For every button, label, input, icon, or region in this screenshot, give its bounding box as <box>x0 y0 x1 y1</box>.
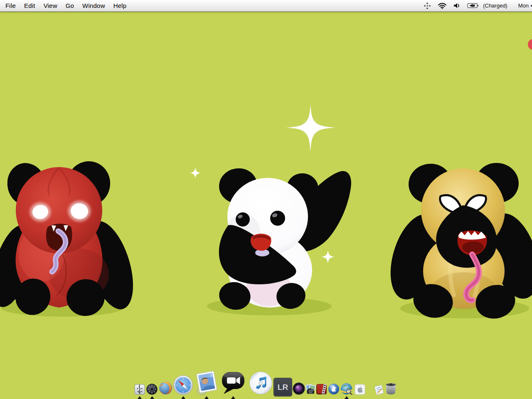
move-arrows-icon[interactable] <box>424 2 431 10</box>
sherlock-icon <box>340 383 352 395</box>
dashboard-icon <box>146 384 158 395</box>
finder-icon <box>134 384 145 395</box>
gold-panda <box>381 160 532 323</box>
itunes-icon <box>249 371 273 395</box>
photo-import-icon <box>305 383 316 395</box>
dock-lightroom[interactable]: LR <box>273 378 292 397</box>
running-indicator <box>181 396 185 399</box>
wifi-icon[interactable] <box>438 2 447 9</box>
menu-items: File Edit View Go Window Help <box>0 0 131 11</box>
dock-movies[interactable] <box>316 384 327 397</box>
ichat-icon <box>221 370 246 395</box>
running-indicator <box>345 396 349 399</box>
dock-dashboard[interactable] <box>146 384 158 397</box>
dock-globe-messenger[interactable] <box>328 383 340 397</box>
dock-finder[interactable] <box>134 384 145 397</box>
menu-extras: (Charged) Mon <box>420 0 532 11</box>
sparkle-small-right <box>321 250 335 264</box>
dock-sherlock[interactable] <box>340 383 352 397</box>
dock-photo-import[interactable] <box>305 383 316 397</box>
red-panda <box>0 158 142 320</box>
sparkle-small-left <box>190 167 201 178</box>
clipped-menu-glyph <box>530 4 532 8</box>
firefox-icon <box>159 381 172 395</box>
movies-icon <box>316 384 327 395</box>
trash-icon <box>385 382 397 395</box>
globe-messenger-icon <box>328 383 340 395</box>
dock: iChat <box>0 362 532 399</box>
dock-firefox[interactable] <box>159 381 172 397</box>
dock-ichat[interactable] <box>221 370 246 397</box>
apple-box-icon <box>355 384 365 395</box>
sparkle-large <box>286 104 336 152</box>
running-indicator <box>231 396 235 399</box>
red-dot <box>528 39 532 50</box>
aperture-icon <box>293 382 305 395</box>
dock-trash[interactable] <box>385 382 397 397</box>
running-indicator <box>204 396 209 399</box>
document-icon <box>373 384 385 396</box>
battery-status: (Charged) <box>483 2 507 9</box>
dock-apple-software[interactable] <box>355 384 365 397</box>
dock-aperture[interactable] <box>293 382 305 397</box>
volume-icon[interactable] <box>453 2 461 9</box>
lightroom-label: LR <box>278 383 288 392</box>
preview-icon <box>193 369 220 397</box>
menubar-clock[interactable]: Mon <box>518 2 529 9</box>
menu-item-view[interactable]: View <box>39 0 62 11</box>
menu-item-file[interactable]: File <box>0 0 20 11</box>
menu-item-help[interactable]: Help <box>109 0 131 11</box>
dock-safari[interactable] <box>173 375 193 397</box>
menubar: File Edit View Go Window Help <box>0 0 532 12</box>
menu-item-edit[interactable]: Edit <box>20 0 39 11</box>
menu-item-go[interactable]: Go <box>62 0 78 11</box>
running-indicator <box>138 396 142 399</box>
dock-document[interactable] <box>374 385 384 397</box>
white-panda <box>207 166 351 315</box>
lightroom-icon: LR <box>273 378 292 397</box>
safari-icon <box>173 375 193 395</box>
battery-icon[interactable] <box>467 3 479 8</box>
running-indicator <box>150 396 154 399</box>
wallpaper-pandas <box>0 0 532 399</box>
dock-itunes[interactable] <box>249 371 273 397</box>
menu-item-window[interactable]: Window <box>78 0 109 11</box>
dock-preview[interactable] <box>195 371 218 397</box>
